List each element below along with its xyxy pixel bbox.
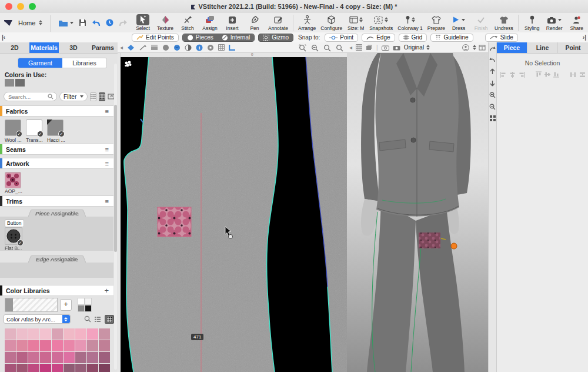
palette-list-view-button[interactable] [94,315,102,323]
snap-grid-button[interactable]: Grid [399,34,427,42]
tab-params[interactable]: Params [88,42,118,53]
search-box[interactable] [4,92,57,101]
history-icon[interactable] [106,19,113,26]
show-points-icon[interactable] [207,44,214,51]
placed-artwork-patch[interactable] [158,207,191,237]
canvas-ruler-icon[interactable] [229,44,236,51]
seams-menu-icon[interactable]: ≡ [105,147,109,152]
stage-configure-button[interactable]: Configure [318,14,345,31]
fabric-swatch-wool[interactable]: ✓ [5,119,21,136]
stage-undress-button[interactable]: Undress [492,14,516,31]
snap-point-button[interactable]: Point [325,34,358,42]
tool-assign-button[interactable]: Assign [199,14,221,31]
align-center-horizontal-icon[interactable] [509,72,516,78]
list-view-button[interactable] [90,92,96,101]
palette-swatch-r3c0[interactable] [5,364,16,372]
filter-dropdown[interactable]: Filter [59,92,88,101]
selection-point-3d[interactable] [451,243,457,249]
trims-menu-icon[interactable]: ≡ [105,198,109,204]
gizmo-toggle-button[interactable]: Gizmo [258,34,293,42]
align-bottom-icon[interactable] [553,71,559,78]
palette-swatch-r0c7[interactable] [87,328,98,340]
collapse-left-icon[interactable]: |‹ [2,34,5,41]
edit-points-button[interactable]: Edit Points [132,34,179,42]
color-atlas-stepper-icon[interactable] [62,315,70,323]
distribute-horizontal-icon[interactable] [570,72,576,78]
palette-swatch-r1c0[interactable] [5,340,16,351]
palette-swatch-r2c4[interactable] [52,352,63,363]
mini-swatch[interactable] [85,305,92,312]
split-window-icon[interactable] [479,45,486,51]
fabric-swatch-transparent[interactable]: ✓ [26,119,42,136]
rotate-right-icon[interactable] [489,46,496,52]
palette-swatch-r0c8[interactable] [99,328,110,340]
palette-swatch-r0c1[interactable] [16,328,28,340]
mini-swatch[interactable] [78,298,85,305]
collapse-right-icon[interactable]: ›| [583,34,586,41]
tab-line[interactable]: Line [527,42,558,53]
trim-swatch-flat-button[interactable]: ✓ [5,227,22,245]
camera-mode-dropdown[interactable]: Original [404,44,430,51]
save-icon[interactable] [79,19,86,26]
align-top-icon[interactable] [536,71,542,78]
tab-3d[interactable]: 3D [59,42,88,53]
avatar-head-icon[interactable] [462,44,469,51]
color-library-strip[interactable] [5,298,58,312]
tab-piece[interactable]: Piece [497,42,527,53]
zoom-selection-icon[interactable] [299,44,306,52]
show-3d-position-icon[interactable] [173,44,181,51]
stage-colorway-button[interactable]: Colorway 1 [395,14,425,31]
styling-button[interactable]: Styling [521,14,543,31]
color-in-use-swatch[interactable] [5,79,14,87]
render-button[interactable]: Render [543,14,566,31]
segment-libraries[interactable]: Libraries [62,58,106,68]
snapshots-stepper-icon[interactable] [385,17,388,22]
render-chevron-icon[interactable] [558,19,562,21]
fabrics-section-header[interactable]: Fabrics ≡ [0,105,113,117]
palette-swatch-r1c2[interactable] [28,340,39,351]
zoom-out-3d-icon[interactable] [489,104,496,110]
palette-swatch-r0c3[interactable] [40,328,51,340]
palette-swatch-r3c8[interactable] [99,364,110,372]
show-fabric-icon[interactable] [151,44,158,51]
colorway-stepper-icon[interactable] [412,17,415,22]
palette-swatch-r2c7[interactable] [87,352,98,363]
color-atlas-dropdown[interactable]: Color Atlas by Arc... [4,314,71,324]
show-info-icon[interactable]: i [196,44,203,51]
palette-swatch-r3c7[interactable] [87,364,98,372]
palette-swatch-r1c6[interactable] [75,340,86,351]
show-artwork-icon[interactable] [162,44,169,51]
palette-swatch-r3c4[interactable] [52,364,63,372]
canvas-grid-icon[interactable] [218,44,225,51]
view3d-grid-icon[interactable] [356,44,362,51]
stage-arrange-button[interactable]: Arrange [296,14,318,31]
stage-size-button[interactable]: Size: M [345,14,367,31]
palette-swatch-r2c2[interactable] [28,352,39,363]
redo-icon[interactable] [119,19,128,26]
pattern-canvas[interactable]: 471 [121,57,347,372]
mini-swatch[interactable] [78,305,85,312]
zoom-fit-icon[interactable] [311,44,319,52]
show-stitches-icon[interactable] [139,44,146,51]
snap-guideline-button[interactable]: Guideline [430,34,473,42]
palette-swatch-r2c3[interactable] [40,352,51,363]
zoom-in-icon[interactable] [336,44,343,52]
stage-prepare-button[interactable]: Prepare [425,14,447,31]
grid-view-button[interactable] [99,92,105,101]
segment-garment[interactable]: Garment [18,58,62,68]
add-color-button[interactable]: + [60,299,72,311]
palette-swatch-r0c4[interactable] [52,328,63,340]
zoom-fit-3d-icon[interactable] [490,115,496,121]
palette-swatch-r3c1[interactable] [16,364,28,372]
home-menu[interactable]: Home [18,19,42,26]
view3d-collapse-icon[interactable]: ◂ [349,44,352,51]
palette-swatch-r2c5[interactable] [64,352,75,363]
distribute-vertical-icon[interactable] [579,72,586,78]
search-input[interactable] [7,93,46,101]
trims-section-header[interactable]: Trims ≡ [0,195,113,207]
palette-swatch-r0c2[interactable] [28,328,39,340]
tool-texture-button[interactable]: Texture [154,14,176,31]
slide-button[interactable]: Slide [485,34,518,42]
palette-swatch-r0c0[interactable] [5,328,16,340]
palette-swatch-r1c8[interactable] [99,340,110,351]
